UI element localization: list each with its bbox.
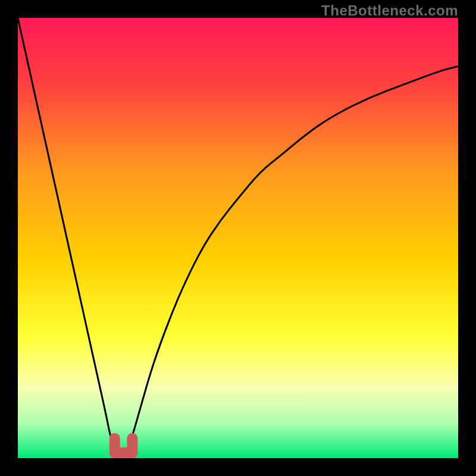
chart-frame: TheBottleneck.com	[0, 0, 476, 476]
watermark-text: TheBottleneck.com	[321, 2, 458, 19]
plot-area	[18, 18, 458, 458]
gradient-background	[18, 18, 458, 458]
bottleneck-chart	[18, 18, 458, 458]
